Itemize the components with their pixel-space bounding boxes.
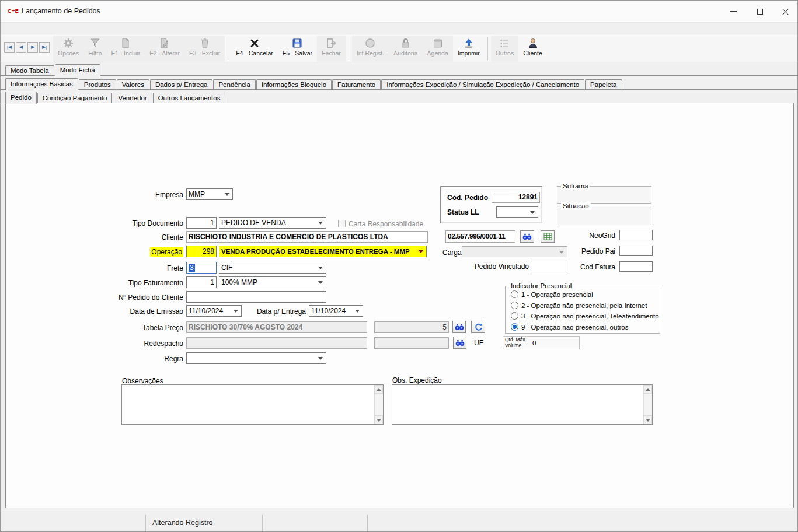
scrollbar-track[interactable] bbox=[643, 394, 652, 415]
radio-label[interactable]: 1 - Operação presencial bbox=[521, 290, 593, 299]
toolbar-buttons: Opcoes Filtro F1 - Incluir F2 - Alterar … bbox=[53, 36, 547, 62]
radio-label[interactable]: 2 - Operação não presencial, pela Intern… bbox=[521, 302, 647, 310]
close-button[interactable] bbox=[772, 1, 798, 23]
radio-label[interactable]: 3 - Operação não presencial, Teleatendim… bbox=[521, 312, 659, 321]
cod-pedido-frame: Cód. Pedido 12891 Status LL bbox=[440, 186, 542, 223]
tipo-faturamento-code-input[interactable]: 1 bbox=[186, 276, 217, 288]
toolbar-button-label: F3 - Excluir bbox=[189, 50, 220, 57]
obs-expedicao-label: Obs. Expedição bbox=[392, 376, 442, 385]
pedido-pai-input[interactable] bbox=[619, 246, 653, 256]
spreadsheet-icon bbox=[543, 233, 552, 240]
radio-label[interactable]: 9 - Operação não presencial, outros bbox=[521, 323, 628, 332]
data-entrega-label: Data p/ Entrega bbox=[236, 307, 306, 316]
scroll-up-icon[interactable] bbox=[643, 385, 652, 394]
status-ll-select[interactable] bbox=[496, 206, 538, 218]
cancel-x-icon bbox=[249, 37, 260, 49]
data-emissao-select[interactable]: 11/10/2024 bbox=[186, 305, 242, 317]
tab-faturamento[interactable]: Faturamento bbox=[332, 79, 381, 89]
tab-expedicao-simulacao-cancelamento[interactable]: Informações Expedição / Simulação Expedi… bbox=[381, 79, 584, 89]
data-entrega-select[interactable]: 11/10/2024 bbox=[309, 305, 363, 317]
neogrid-input[interactable] bbox=[619, 230, 653, 240]
redespacho-search-button[interactable] bbox=[453, 337, 466, 349]
frete-select[interactable]: CIF bbox=[219, 262, 326, 274]
minimize-button[interactable] bbox=[720, 1, 747, 23]
nav-first-button[interactable]: |◀ bbox=[4, 42, 15, 52]
cnpj-table-button[interactable] bbox=[541, 230, 555, 243]
toolbar-button-outros: Outros bbox=[491, 36, 519, 62]
binoculars-icon bbox=[522, 233, 532, 241]
tipo-faturamento-label: Tipo Faturamento bbox=[107, 279, 183, 288]
tab-vendedor[interactable]: Vendedor bbox=[113, 93, 152, 103]
chevron-down-icon bbox=[419, 250, 423, 253]
toolbar: |◀ ◀ ▶ ▶| Opcoes Filtro F1 - Incluir F2 … bbox=[1, 34, 797, 62]
radio-nao-presencial-teleatendimento[interactable] bbox=[511, 312, 518, 320]
scroll-up-icon[interactable] bbox=[374, 385, 383, 394]
nav-last-button[interactable]: ▶| bbox=[39, 42, 50, 52]
tab-outros-lancamentos[interactable]: Outros Lançamentos bbox=[153, 93, 226, 103]
tab-valores[interactable]: Valores bbox=[117, 79, 149, 89]
cnpj-search-button[interactable] bbox=[520, 230, 534, 243]
tab-pendencia[interactable]: Pendência bbox=[213, 79, 255, 89]
scrollbar-track[interactable] bbox=[374, 394, 383, 415]
tab-dados-entrega[interactable]: Dados p/ Entrega bbox=[150, 79, 213, 89]
toolbar-button-cliente[interactable]: Cliente bbox=[518, 36, 547, 62]
empresa-value: MMP bbox=[189, 190, 205, 198]
obs-expedicao-textarea[interactable] bbox=[392, 384, 653, 425]
data-entrega-value: 11/10/2024 bbox=[311, 307, 346, 315]
regra-select[interactable] bbox=[186, 352, 326, 364]
tab-produtos[interactable]: Produtos bbox=[79, 79, 116, 89]
tipo-faturamento-select[interactable]: 100% MMP bbox=[219, 276, 326, 288]
tabela-preco-search-button[interactable] bbox=[452, 321, 466, 333]
info-circle-icon bbox=[364, 37, 376, 49]
toolbar-button-auditoria: Auditoria bbox=[389, 36, 422, 62]
frete-code-input[interactable]: 3 bbox=[186, 262, 217, 274]
toolbar-separator bbox=[487, 37, 488, 60]
toolbar-button-f5-salvar[interactable]: F5 - Salvar bbox=[278, 36, 317, 62]
cod-fatura-input[interactable] bbox=[619, 261, 653, 272]
tab-modo-tabela[interactable]: Modo Tabela bbox=[5, 65, 54, 75]
radio-nao-presencial-outros[interactable] bbox=[511, 323, 518, 331]
operacao-select[interactable]: VENDA PRODUÇÃO ESTABELECIMENTO ENTREGA -… bbox=[219, 246, 427, 257]
tab-informacoes-bloqueio[interactable]: Informações Bloqueio bbox=[256, 79, 332, 89]
binoculars-icon bbox=[455, 339, 465, 347]
tipo-documento-select[interactable]: PEDIDO DE VENDA bbox=[219, 217, 326, 229]
toolbar-button-label: F4 - Cancelar bbox=[236, 50, 273, 57]
nav-next-button[interactable]: ▶ bbox=[27, 42, 38, 52]
operacao-code-input[interactable]: 298 bbox=[186, 246, 217, 257]
tab-modo-ficha[interactable]: Modo Ficha bbox=[55, 64, 100, 76]
toolbar-button-label: Imprimir bbox=[458, 50, 480, 57]
nav-prev-button[interactable]: ◀ bbox=[16, 42, 26, 52]
maximize-button[interactable] bbox=[747, 1, 773, 23]
app-logo-icon: C+E bbox=[8, 8, 19, 14]
data-emissao-value: 11/10/2024 bbox=[189, 307, 223, 315]
scroll-down-icon[interactable] bbox=[643, 415, 652, 424]
toolbar-button-f4-cancelar[interactable]: F4 - Cancelar bbox=[231, 36, 278, 62]
tabela-preco-refresh-button[interactable] bbox=[471, 321, 485, 333]
tab-condicao-pagamento[interactable]: Condição Pagamento bbox=[37, 93, 113, 103]
toolbar-button-opcoes: Opcoes bbox=[53, 36, 83, 62]
tipo-documento-code-input[interactable]: 1 bbox=[186, 217, 217, 229]
situacao-box: Situacao bbox=[557, 206, 651, 225]
cod-pedido-label: Cód. Pedido bbox=[447, 194, 488, 202]
scroll-down-icon[interactable] bbox=[374, 415, 383, 424]
toolbar-button-label: Cliente bbox=[523, 50, 542, 57]
chevron-down-icon bbox=[318, 281, 323, 284]
radio-operacao-presencial[interactable] bbox=[511, 290, 518, 298]
frete-value: CIF bbox=[221, 264, 232, 272]
toolbar-button-imprimir[interactable]: Imprimir bbox=[453, 36, 485, 62]
toolbar-button-label: F1 - Incluir bbox=[111, 50, 141, 57]
pedido-pai-label: Pedido Pai bbox=[557, 247, 615, 256]
cnpj-field[interactable]: 02.557.995/0001-11 bbox=[445, 230, 515, 243]
num-pedido-cliente-input[interactable] bbox=[186, 291, 326, 303]
tab-pedido[interactable]: Pedido bbox=[5, 92, 37, 104]
tab-papeleta[interactable]: Papeleta bbox=[585, 79, 622, 89]
tab-informacoes-basicas[interactable]: Informações Basicas bbox=[5, 78, 78, 90]
trash-icon bbox=[199, 37, 211, 49]
empresa-select[interactable]: MMP bbox=[186, 188, 233, 200]
observacoes-textarea[interactable] bbox=[121, 384, 384, 425]
radio-nao-presencial-internet[interactable] bbox=[511, 302, 518, 309]
qtd-max-label-line1: Qtd. Máx. bbox=[505, 337, 527, 342]
cliente-field[interactable]: RISCHIOTO INDUSTRIA E COMERCIO DE PLASTI… bbox=[186, 231, 428, 243]
list-icon bbox=[499, 37, 510, 49]
toolbar-button-inf-regist: Inf.Regist. bbox=[352, 36, 389, 62]
